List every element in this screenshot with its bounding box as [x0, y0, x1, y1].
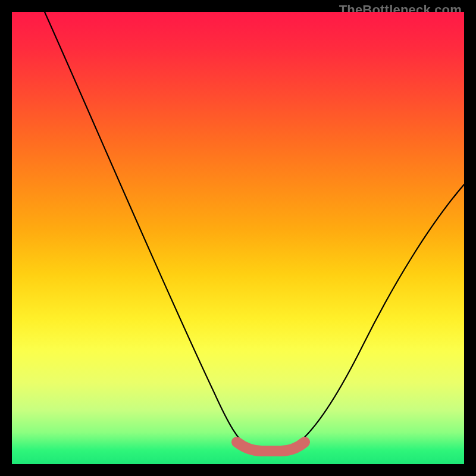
- bottleneck-curve: [45, 12, 464, 447]
- curve-svg: [12, 12, 464, 464]
- trough-highlight: [237, 442, 305, 451]
- plot-area: [12, 12, 464, 464]
- chart-container: TheBottleneck.com: [0, 0, 476, 476]
